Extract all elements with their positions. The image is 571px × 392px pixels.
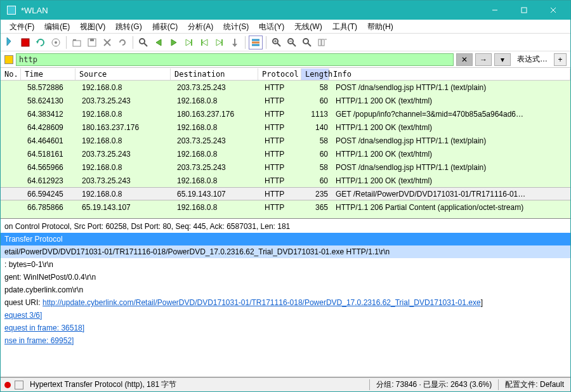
go-first-icon[interactable] [197, 36, 211, 49]
close-file-icon[interactable] [100, 36, 114, 49]
menu-analyze[interactable]: 分析(A) [183, 20, 218, 33]
titlebar: *WLAN [1, 1, 570, 20]
menu-wireless[interactable]: 无线(W) [289, 20, 327, 33]
column-no[interactable]: No. [1, 69, 21, 80]
detail-line[interactable]: equest in frame: 36518] [1, 322, 570, 334]
detail-line-uri[interactable]: quest URI: http://update.cyberlink.com/R… [1, 296, 570, 309]
restart-capture-icon[interactable] [34, 36, 48, 49]
resize-columns-icon[interactable] [315, 36, 329, 49]
expression-button[interactable]: 表达式… [513, 54, 551, 65]
open-file-icon[interactable] [70, 36, 84, 49]
column-source[interactable]: Source [75, 69, 171, 80]
svg-marker-24 [216, 39, 221, 46]
menu-help[interactable]: 帮助(H) [362, 20, 398, 33]
packet-list-header: No. Time Source Destination Protocol Len… [1, 68, 570, 81]
toolbar [1, 34, 570, 51]
packet-row[interactable]: 64.428609180.163.237.176192.168.0.8HTTP1… [1, 121, 570, 134]
svg-line-38 [308, 43, 311, 46]
apply-filter-button[interactable]: → [475, 53, 492, 66]
packet-row[interactable]: 58.624130203.73.25.243192.168.0.8HTTP60H… [1, 94, 570, 107]
capture-options-icon[interactable] [49, 36, 63, 49]
go-to-icon[interactable] [182, 36, 196, 49]
detail-line[interactable]: nse in frame: 69952] [1, 334, 570, 347]
maximize-button[interactable] [509, 1, 539, 20]
detail-line[interactable]: gent: WinINetPost/0.0.4\r\n [1, 271, 570, 284]
svg-rect-12 [90, 39, 94, 41]
svg-point-15 [140, 39, 145, 44]
svg-marker-18 [171, 39, 176, 46]
detail-line[interactable]: pdate.cyberlink.com\r\n [1, 284, 570, 296]
detail-line[interactable]: etail/PowerDVD/DVD171031-01/TR171116-018… [1, 245, 570, 258]
go-back-icon[interactable] [152, 36, 166, 49]
packet-row[interactable]: 64.383412192.168.0.8180.163.237.176HTTP1… [1, 107, 570, 121]
request-uri-link[interactable]: http://update.cyberlink.com/Retail/Power… [43, 298, 481, 307]
detail-line[interactable]: on Control Protocol, Src Port: 60258, Ds… [1, 220, 570, 233]
menu-capture[interactable]: 捕获(C) [147, 20, 183, 33]
colorize-icon[interactable] [249, 36, 263, 49]
packet-row[interactable]: 58.572886192.168.0.8203.73.25.243HTTP58P… [1, 81, 570, 94]
status-packets: 分组: 73846 · 已显示: 2643 (3.6%) [369, 379, 498, 390]
svg-rect-10 [73, 39, 76, 41]
svg-point-8 [55, 41, 57, 44]
packet-row[interactable]: 64.565966192.168.0.8203.73.25.243HTTP58P… [1, 160, 570, 174]
minimize-button[interactable] [480, 1, 509, 20]
column-protocol[interactable]: Protocol [258, 69, 301, 80]
column-destination[interactable]: Destination [171, 69, 258, 80]
menu-go[interactable]: 跳转(G) [110, 20, 147, 33]
menu-telephony[interactable]: 电话(Y) [254, 20, 289, 33]
reload-icon[interactable] [115, 36, 129, 49]
svg-marker-6 [36, 41, 39, 44]
separator [245, 36, 246, 49]
packet-details[interactable]: on Control Protocol, Src Port: 60258, Ds… [1, 219, 570, 377]
display-filter-input[interactable] [16, 53, 454, 66]
packet-row[interactable]: 66.78586665.19.143.107192.168.0.8HTTP365… [1, 200, 570, 214]
add-filter-button[interactable]: + [554, 53, 567, 66]
svg-marker-4 [7, 37, 11, 46]
stop-capture-icon[interactable] [18, 36, 32, 49]
menu-tools[interactable]: 工具(T) [327, 20, 362, 33]
separator [66, 36, 67, 49]
filter-dropdown-button[interactable]: ▾ [494, 53, 511, 66]
go-forward-icon[interactable] [167, 36, 181, 49]
go-last-icon[interactable] [213, 36, 226, 49]
svg-point-37 [303, 39, 308, 44]
zoom-out-icon[interactable] [285, 36, 299, 49]
packet-list[interactable]: No. Time Source Destination Protocol Len… [1, 68, 570, 219]
auto-scroll-icon[interactable] [228, 36, 242, 49]
packet-row[interactable]: 64.464601192.168.0.8203.73.25.243HTTP58P… [1, 134, 570, 147]
packet-row[interactable]: 64.612923203.73.25.243192.168.0.8HTTP60H… [1, 174, 570, 187]
zoom-in-icon[interactable] [270, 36, 284, 49]
expert-info-icon[interactable] [4, 382, 11, 388]
svg-rect-9 [73, 41, 81, 46]
menubar: 文件(F) 编辑(E) 视图(V) 跳转(G) 捕获(C) 分析(A) 统计(S… [1, 20, 570, 34]
edit-icon[interactable] [15, 381, 23, 389]
clear-filter-button[interactable]: ✕ [456, 53, 473, 66]
svg-rect-1 [522, 8, 527, 13]
start-capture-icon[interactable] [3, 36, 17, 49]
packet-row[interactable]: 64.518161203.73.25.243192.168.0.8HTTP60H… [1, 147, 570, 160]
detail-line[interactable]: equest 3/6] [1, 309, 570, 322]
status-protocol: Hypertext Transfer Protocol (http), 181 … [27, 379, 369, 390]
svg-rect-39 [318, 39, 321, 46]
menu-file[interactable]: 文件(F) [4, 20, 39, 33]
bookmark-icon[interactable] [4, 55, 13, 64]
menu-view[interactable]: 视图(V) [75, 20, 110, 33]
status-bar: Hypertext Transfer Protocol (http), 181 … [1, 377, 570, 391]
packet-row[interactable]: 66.594245192.168.0.865.19.143.107HTTP235… [1, 187, 570, 200]
detail-line-selected[interactable]: Transfer Protocol [1, 233, 570, 245]
menu-stats[interactable]: 统计(S) [218, 20, 254, 33]
svg-marker-19 [186, 39, 191, 46]
column-time[interactable]: Time [21, 69, 75, 80]
svg-line-31 [277, 43, 280, 46]
filter-bar: ✕ → ▾ 表达式… + [1, 51, 570, 68]
column-info[interactable]: Info [329, 69, 570, 80]
detail-line[interactable]: : bytes=0-1\r\n [1, 258, 570, 271]
column-length[interactable]: Length [301, 69, 329, 80]
zoom-reset-icon[interactable] [300, 36, 314, 49]
close-button[interactable] [539, 1, 568, 20]
menu-edit[interactable]: 编辑(E) [39, 20, 75, 33]
find-icon[interactable] [136, 36, 150, 49]
save-file-icon[interactable] [85, 36, 99, 49]
app-icon [7, 6, 16, 15]
status-profile[interactable]: 配置文件: Default [498, 379, 570, 390]
